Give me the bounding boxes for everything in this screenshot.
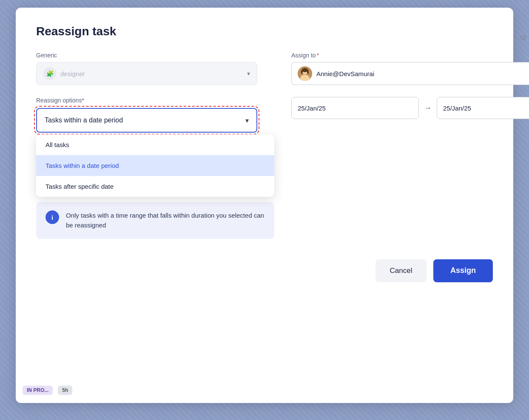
dropdown-item-specific-date[interactable]: Tasks after specific date xyxy=(36,176,274,197)
date-from-value: 25/Jan/25 xyxy=(298,105,326,112)
reassign-options-dropdown[interactable]: Tasks within a date period ▾ xyxy=(36,108,257,133)
generic-dropdown-value: designer xyxy=(60,70,243,77)
assign-to-dropdown[interactable]: Annie@DevSamurai ✕ ▾ xyxy=(291,62,529,85)
date-to-input[interactable]: 25/Jan/25 📅 xyxy=(437,97,529,119)
reassign-task-modal: Reassign task Generic 🧩 designer ▾ Reass xyxy=(16,8,513,403)
date-range-arrow-icon: → xyxy=(424,104,432,113)
assign-button[interactable]: Assign xyxy=(433,259,493,282)
info-box: i Only tasks with a time range that fall… xyxy=(36,202,274,239)
left-column: Generic 🧩 designer ▾ Reassign options* T… xyxy=(36,52,274,239)
avatar xyxy=(298,66,312,81)
right-column: Assign to* xyxy=(291,52,529,119)
dropdown-item-all-tasks[interactable]: All tasks xyxy=(36,134,274,155)
bottom-bar: IN PRO... 5h xyxy=(16,377,513,403)
status-in-progress: IN PRO... xyxy=(23,386,53,395)
info-text: Only tasks with a time range that falls … xyxy=(66,210,265,230)
date-from-input[interactable]: 25/Jan/25 xyxy=(291,97,419,119)
assign-to-group: Assign to* xyxy=(291,52,529,85)
svg-point-3 xyxy=(302,68,308,72)
selected-option-text: Tasks within a date period xyxy=(45,116,123,124)
assign-to-name: Annie@DevSamurai xyxy=(316,70,529,77)
date-to-value: 25/Jan/25 xyxy=(443,105,471,112)
reassign-options-section: Reassign options* Tasks within a date pe… xyxy=(36,97,274,197)
assign-to-label: Assign to* xyxy=(291,52,529,59)
dropdown-menu: All tasks Tasks within a date period Tas… xyxy=(36,134,274,197)
generic-label: Generic xyxy=(36,52,274,59)
generic-dropdown[interactable]: 🧩 designer ▾ xyxy=(36,62,257,85)
svg-point-5 xyxy=(307,70,309,74)
date-section: 25/Jan/25 → 25/Jan/25 📅 xyxy=(291,97,529,119)
time-pill: 5h xyxy=(58,386,72,395)
modal-title: Reassign task xyxy=(36,25,493,38)
svg-point-4 xyxy=(301,70,303,74)
cancel-button[interactable]: Cancel xyxy=(375,259,427,282)
dropdown-item-date-period[interactable]: Tasks within a date period xyxy=(36,155,274,176)
date-row: 25/Jan/25 → 25/Jan/25 📅 xyxy=(291,97,529,119)
assign-required-marker: * xyxy=(317,52,319,59)
reassign-options-label: Reassign options* xyxy=(36,97,274,104)
required-marker: * xyxy=(82,97,84,104)
form-layout: Generic 🧩 designer ▾ Reassign options* T… xyxy=(36,52,493,239)
dropdown-chevron-icon: ▾ xyxy=(245,116,249,125)
generic-chevron-icon: ▾ xyxy=(247,70,250,77)
info-icon: i xyxy=(46,210,59,224)
generic-group: Generic 🧩 designer ▾ xyxy=(36,52,274,85)
modal-footer: Cancel Assign xyxy=(36,259,493,282)
puzzle-icon: 🧩 xyxy=(43,67,56,80)
modal-overlay: Reassign task Generic 🧩 designer ▾ Reass xyxy=(0,0,529,420)
